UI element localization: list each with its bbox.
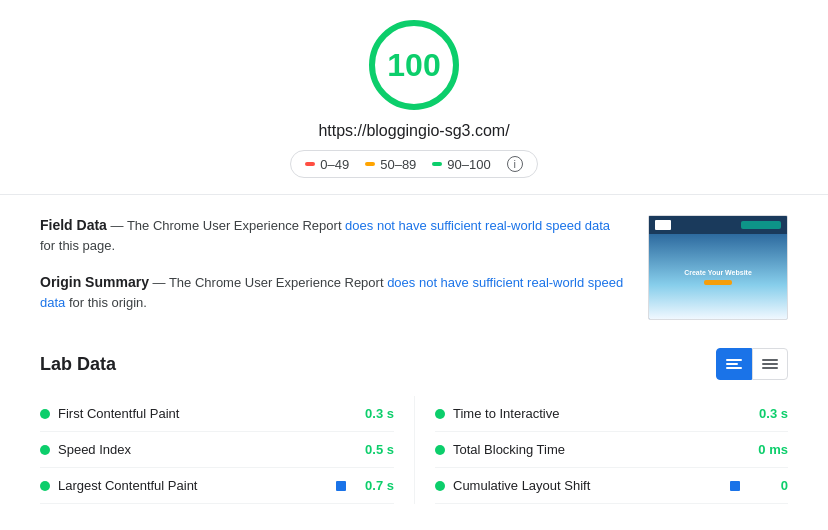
metric-dot-tbt xyxy=(435,445,445,455)
legend-item-green: 90–100 xyxy=(432,157,490,172)
icon-line-1 xyxy=(762,359,778,361)
metric-name-cls: Cumulative Layout Shift xyxy=(453,478,722,493)
origin-summary-section: Origin Summary — The Chrome User Experie… xyxy=(40,272,628,313)
view-toggle xyxy=(716,348,788,380)
thumb-title: Create Your Website xyxy=(684,269,752,276)
score-legend: 0–49 50–89 90–100 i xyxy=(290,150,537,178)
score-section: 100 https://bloggingio-sg3.com/ 0–49 50–… xyxy=(0,0,828,194)
list-view-button[interactable] xyxy=(716,348,752,380)
legend-dot-green xyxy=(432,162,442,166)
legend-label-red: 0–49 xyxy=(320,157,349,172)
list-view-icon xyxy=(726,359,742,369)
icon-line-2 xyxy=(762,363,778,365)
metric-value-tbt: 0 ms xyxy=(748,442,788,457)
metric-cls: Cumulative Layout Shift 0 xyxy=(435,468,788,504)
metric-value-cls: 0 xyxy=(748,478,788,493)
metric-value-fcp: 0.3 s xyxy=(354,406,394,421)
field-data-section: Field Data — The Chrome User Experience … xyxy=(40,215,628,256)
field-data-title: Field Data xyxy=(40,217,107,233)
metric-fcp: First Contentful Paint 0.3 s xyxy=(40,396,394,432)
thumb-body: Create Your Website xyxy=(649,234,787,319)
metric-dot-fcp xyxy=(40,409,50,419)
metric-name-tbt: Total Blocking Time xyxy=(453,442,740,457)
metric-dot-si xyxy=(40,445,50,455)
legend-label-orange: 50–89 xyxy=(380,157,416,172)
legend-item-red: 0–49 xyxy=(305,157,349,172)
thumb-nav-button xyxy=(741,221,781,229)
page-thumbnail: Create Your Website xyxy=(648,215,788,320)
score-circle: 100 xyxy=(369,20,459,110)
metrics-right-col: Time to Interactive 0.3 s Total Blocking… xyxy=(414,396,788,504)
url-display: https://bloggingio-sg3.com/ xyxy=(318,122,509,140)
icon-line-3 xyxy=(762,367,778,369)
metric-si: Speed Index 0.5 s xyxy=(40,432,394,468)
metric-info-cls xyxy=(730,481,740,491)
origin-summary-title: Origin Summary xyxy=(40,274,149,290)
legend-dot-orange xyxy=(365,162,375,166)
metric-name-fcp: First Contentful Paint xyxy=(58,406,346,421)
metric-value-si: 0.5 s xyxy=(354,442,394,457)
main-content: Field Data — The Chrome User Experience … xyxy=(0,195,828,348)
metric-tbt: Total Blocking Time 0 ms xyxy=(435,432,788,468)
thumb-header xyxy=(649,216,787,234)
metrics-left-col: First Contentful Paint 0.3 s Speed Index… xyxy=(40,396,414,504)
field-data-link[interactable]: does not have sufficient real-world spee… xyxy=(345,218,610,233)
metric-name-tti: Time to Interactive xyxy=(453,406,740,421)
score-value: 100 xyxy=(387,47,440,84)
metric-dot-cls xyxy=(435,481,445,491)
thumbnail-container: Create Your Website xyxy=(648,215,788,328)
metric-info-lcp xyxy=(336,481,346,491)
origin-summary-text-after: for this origin. xyxy=(65,295,147,310)
grid-view-icon xyxy=(762,359,778,369)
lab-data-section: Lab Data First Contentfu xyxy=(0,348,828,524)
legend-info-icon[interactable]: i xyxy=(507,156,523,172)
metric-lcp: Largest Contentful Paint 0.7 s xyxy=(40,468,394,504)
origin-summary-text-before: — The Chrome User Experience Report xyxy=(153,275,388,290)
metrics-grid: First Contentful Paint 0.3 s Speed Index… xyxy=(40,396,788,504)
legend-item-orange: 50–89 xyxy=(365,157,416,172)
grid-view-button[interactable] xyxy=(752,348,788,380)
left-content: Field Data — The Chrome User Experience … xyxy=(40,215,628,328)
field-data-text-before: — The Chrome User Experience Report xyxy=(111,218,346,233)
legend-dot-red xyxy=(305,162,315,166)
thumb-cta-button xyxy=(704,280,732,285)
lab-header: Lab Data xyxy=(40,348,788,380)
field-data-text-after: for this page. xyxy=(40,238,115,253)
thumb-logo xyxy=(655,220,671,230)
icon-line-3 xyxy=(726,367,742,369)
legend-label-green: 90–100 xyxy=(447,157,490,172)
metric-tti: Time to Interactive 0.3 s xyxy=(435,396,788,432)
icon-line-2 xyxy=(726,363,738,365)
metric-dot-tti xyxy=(435,409,445,419)
metric-name-lcp: Largest Contentful Paint xyxy=(58,478,328,493)
lab-data-title: Lab Data xyxy=(40,354,116,375)
metric-dot-lcp xyxy=(40,481,50,491)
metric-value-lcp: 0.7 s xyxy=(354,478,394,493)
icon-line-1 xyxy=(726,359,742,361)
metric-name-si: Speed Index xyxy=(58,442,346,457)
metric-value-tti: 0.3 s xyxy=(748,406,788,421)
